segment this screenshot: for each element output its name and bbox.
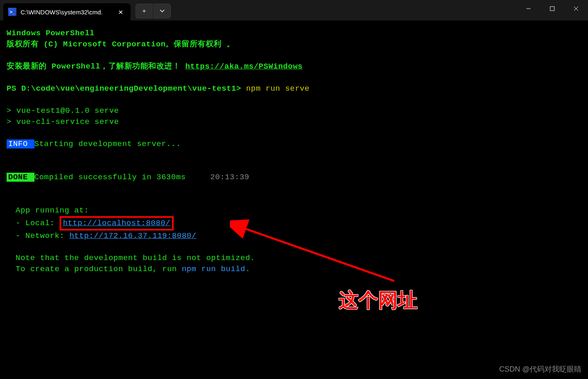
note-1: Note that the development build is not o… bbox=[7, 253, 581, 264]
watermark: CSDN @代码对我眨眼睛 bbox=[499, 364, 581, 374]
ps-install-msg: 安装最新的 PowerShell，了解新功能和改进！ https://aka.m… bbox=[7, 61, 581, 72]
svg-rect-1 bbox=[550, 7, 554, 11]
command: npm run serve bbox=[246, 84, 310, 93]
window-controls bbox=[517, 0, 588, 17]
network-line: - Network: http://172.16.37.119:8080/ bbox=[7, 231, 581, 242]
tab-actions: ＋ bbox=[136, 4, 171, 18]
maximize-button[interactable] bbox=[540, 0, 564, 17]
local-url-highlighted[interactable]: http://localhost:8080/ bbox=[60, 216, 174, 231]
npm-build-cmd: npm run build bbox=[182, 265, 246, 274]
script-line-2: > vue-cli-service serve bbox=[7, 116, 581, 128]
prompt: PS D:\code\vue\engineeringDevelopment\vu… bbox=[7, 84, 241, 93]
script-line-1: > vue-test1@0.1.0 serve bbox=[7, 105, 581, 116]
app-running: App running at: bbox=[7, 205, 581, 216]
done-text: Compiled successfully in 3630ms bbox=[34, 173, 186, 182]
info-line: INFO Starting development server... bbox=[7, 139, 581, 150]
annotation-text: 这个网址 bbox=[339, 287, 418, 313]
network-label: - Network: bbox=[16, 231, 69, 240]
tab-dropdown-button[interactable] bbox=[154, 4, 171, 18]
ps-header: Windows PowerShell bbox=[7, 28, 581, 39]
ps-install-link[interactable]: https://aka.ms/PSWindows bbox=[185, 62, 303, 71]
ps-copyright: 版权所有 (C) Microsoft Corporation。保留所有权利 。 bbox=[7, 39, 581, 50]
tab-title: C:\WINDOWS\system32\cmd. bbox=[21, 9, 112, 16]
tab-active[interactable]: >_ C:\WINDOWS\system32\cmd. ✕ bbox=[3, 3, 131, 21]
info-text: Starting development server... bbox=[34, 139, 181, 148]
powershell-icon: >_ bbox=[8, 8, 16, 16]
done-badge: DONE bbox=[7, 173, 34, 182]
done-line: DONE Compiled successfully in 3630ms 20:… bbox=[7, 172, 581, 183]
close-window-button[interactable] bbox=[564, 0, 588, 17]
minimize-button[interactable] bbox=[517, 0, 540, 17]
prompt-line: PS D:\code\vue\engineeringDevelopment\vu… bbox=[7, 83, 581, 94]
note-2: To create a production build, run npm ru… bbox=[7, 264, 581, 275]
terminal-output[interactable]: Windows PowerShell 版权所有 (C) Microsoft Co… bbox=[0, 21, 588, 282]
done-time: 20:13:39 bbox=[191, 173, 249, 182]
titlebar: >_ C:\WINDOWS\system32\cmd. ✕ ＋ bbox=[0, 0, 588, 21]
local-label: - Local: bbox=[16, 219, 60, 228]
new-tab-button[interactable]: ＋ bbox=[136, 4, 153, 18]
network-url[interactable]: http://172.16.37.119:8080/ bbox=[69, 231, 196, 240]
info-badge: INFO bbox=[7, 139, 34, 148]
close-tab-icon[interactable]: ✕ bbox=[116, 7, 126, 17]
local-line: - Local: http://localhost:8080/ bbox=[7, 216, 581, 231]
